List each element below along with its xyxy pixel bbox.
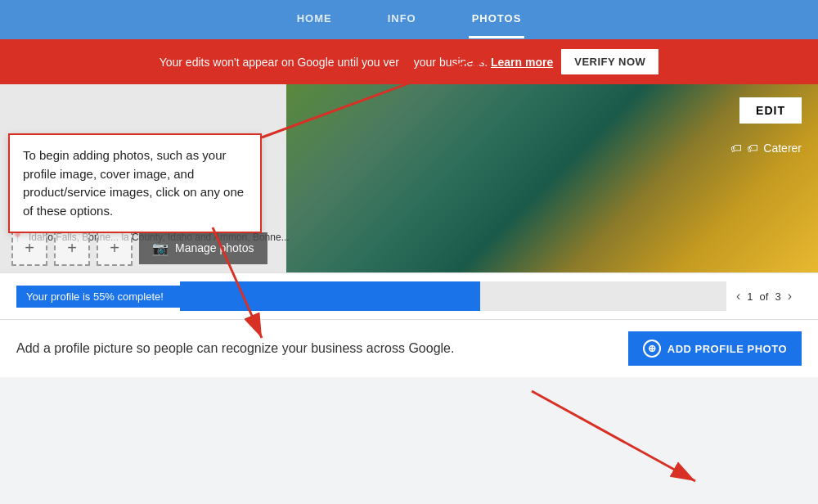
manage-photos-button[interactable]: 📷 Manage photos xyxy=(139,232,267,264)
add-profile-photo-label: ADD PROFILE PHOTO xyxy=(667,343,787,355)
tag-icon: 🏷 xyxy=(747,142,758,155)
nav-tab-photos[interactable]: PHOTOS xyxy=(469,1,525,38)
edit-button[interactable]: EDIT xyxy=(739,97,802,124)
page-of-label: of xyxy=(760,290,769,303)
top-navigation: HOME INFO PHOTOS xyxy=(0,0,818,39)
page-total: 3 xyxy=(775,290,780,303)
verify-now-button[interactable]: VERIFY NOW xyxy=(561,49,658,74)
photo-add-row: + + + 📷 Manage photos xyxy=(11,230,267,266)
nav-tab-home[interactable]: HOME xyxy=(294,1,335,38)
progress-bar-fill xyxy=(180,281,480,311)
caterer-label: Caterer xyxy=(763,142,802,155)
business-background xyxy=(286,84,818,272)
progress-section: Your profile is 55% complete! ‹ 1 of 3 › xyxy=(0,272,818,319)
nav-tab-info[interactable]: INFO xyxy=(384,1,420,38)
bottom-text: Add a profile picture so people can reco… xyxy=(16,341,454,356)
bottom-section: Add a profile picture so people can reco… xyxy=(0,319,818,377)
profile-photo-icon: ⊕ xyxy=(643,340,661,358)
photo-add-box-1[interactable]: + xyxy=(11,230,47,266)
camera-icon: 📷 xyxy=(152,241,169,256)
tooltip-box: To begin adding photos, such as your pro… xyxy=(8,133,262,233)
next-page-button[interactable]: › xyxy=(788,289,792,304)
page-current: 1 xyxy=(747,290,753,303)
progress-bar-background xyxy=(180,281,726,311)
learn-more-link[interactable]: Learn more xyxy=(491,56,553,69)
tooltip-text: To begin adding photos, such as your pro… xyxy=(23,148,244,218)
verification-banner: Your edits won't appear on Google until … xyxy=(0,39,818,84)
banner-text: Your edits won't appear on Google until … xyxy=(160,56,554,69)
photo-add-box-3[interactable]: + xyxy=(97,230,133,266)
photo-add-box-2[interactable]: + xyxy=(54,230,90,266)
prev-page-button[interactable]: ‹ xyxy=(736,289,740,304)
svg-line-3 xyxy=(532,391,695,481)
progress-label: Your profile is 55% complete! xyxy=(16,286,180,308)
manage-photos-label: Manage photos xyxy=(175,241,254,254)
caterer-tag: 🏷 Caterer xyxy=(730,142,802,155)
business-card: EDIT 🏷 Caterer To begin adding photos, s… xyxy=(0,84,818,272)
add-profile-photo-button[interactable]: ⊕ ADD PROFILE PHOTO xyxy=(628,331,802,366)
page-indicator: ‹ 1 of 3 › xyxy=(726,289,802,304)
